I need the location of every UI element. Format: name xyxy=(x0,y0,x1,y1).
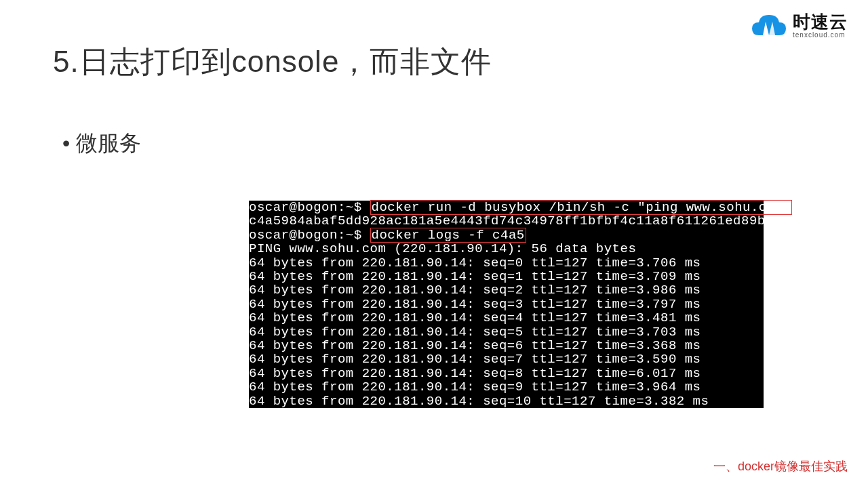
slide-title: 5.日志打印到console，而非文件 xyxy=(53,42,492,82)
ping-line: 64 bytes from 220.181.90.14: seq=2 ttl=1… xyxy=(249,283,764,297)
brand-text: 时速云 tenxcloud.com xyxy=(793,13,848,39)
prompt: oscar@bogon:~$ xyxy=(249,228,362,243)
cmd-docker-logs: docker logs -f c4a5 xyxy=(370,228,526,243)
prompt: oscar@bogon:~$ xyxy=(249,200,362,215)
brand-name-cn: 时速云 xyxy=(793,13,848,30)
bullet-microservice: 微服务 xyxy=(62,129,141,159)
ping-line: 64 bytes from 220.181.90.14: seq=10 ttl=… xyxy=(249,394,764,408)
ping-line: 64 bytes from 220.181.90.14: seq=1 ttl=1… xyxy=(249,270,764,283)
cloud-icon xyxy=(751,12,787,39)
ping-line: 64 bytes from 220.181.90.14: seq=7 ttl=1… xyxy=(249,352,764,366)
brand-name-en: tenxcloud.com xyxy=(793,32,848,39)
brand-logo: 时速云 tenxcloud.com xyxy=(751,12,848,39)
ping-line: 64 bytes from 220.181.90.14: seq=8 ttl=1… xyxy=(249,367,764,380)
terminal-output: oscar@bogon:~$ docker run -d busybox /bi… xyxy=(249,201,764,408)
ping-line: 64 bytes from 220.181.90.14: seq=0 ttl=1… xyxy=(249,256,764,270)
cmd-docker-run: docker run -d busybox /bin/sh -c "ping w… xyxy=(370,200,793,215)
ping-line: 64 bytes from 220.181.90.14: seq=5 ttl=1… xyxy=(249,325,764,339)
ping-line: 64 bytes from 220.181.90.14: seq=6 ttl=1… xyxy=(249,339,764,352)
ping-line: 64 bytes from 220.181.90.14: seq=9 ttl=1… xyxy=(249,380,764,394)
footer-caption: 一、docker镜像最佳实践 xyxy=(713,458,848,474)
slide: 时速云 tenxcloud.com 5.日志打印到console，而非文件 微服… xyxy=(0,0,868,488)
ping-header: PING www.sohu.com (220.181.90.14): 56 da… xyxy=(249,242,764,256)
ping-line: 64 bytes from 220.181.90.14: seq=3 ttl=1… xyxy=(249,298,764,311)
ping-line: 64 bytes from 220.181.90.14: seq=4 ttl=1… xyxy=(249,311,764,325)
container-id: c4a5984abaf5dd928ac181a5e4443fd74c34978f… xyxy=(249,214,764,228)
